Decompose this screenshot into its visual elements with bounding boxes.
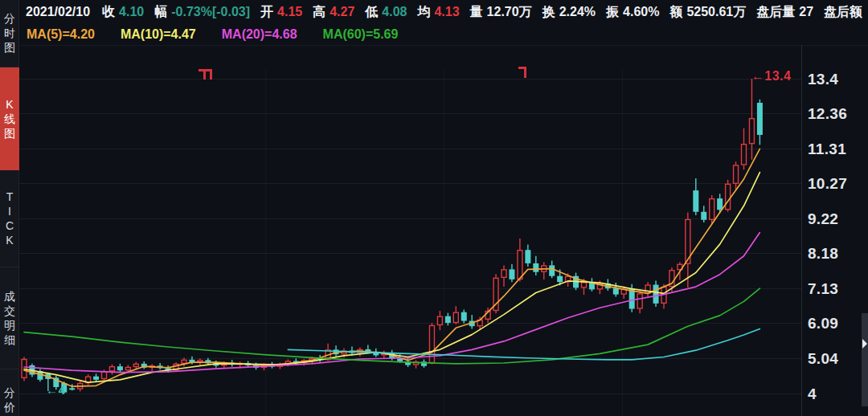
event-marker-icon	[518, 66, 529, 80]
sidebar-tab-char: 明	[4, 320, 15, 332]
field-value: -0.73%[-0.03]	[171, 5, 250, 19]
sidebar-tab-成交明细[interactable]: 成交明细	[0, 267, 19, 369]
quote-fields: 收4.10幅-0.73%[-0.03]开4.15高4.27低4.08均4.13量…	[102, 4, 866, 21]
sidebar-tab-char: 交	[4, 305, 15, 317]
quote-field-盘后额: 盘后额	[824, 4, 866, 21]
field-value: 4.60%	[623, 5, 659, 19]
quote-field-换: 换2.24%	[542, 4, 596, 21]
axis-tick-label: 13.4	[808, 71, 838, 88]
axis-tick-label: 11.31	[808, 141, 846, 158]
sidebar-tab-char: C	[6, 220, 14, 232]
field-value: 4.10	[119, 5, 144, 19]
chart-area	[19, 45, 801, 416]
sidebar-tab-char: 价	[4, 402, 15, 414]
event-marker-icon	[198, 68, 214, 81]
field-label: 盘后额	[824, 4, 862, 21]
field-label: 低	[365, 4, 378, 21]
axis-tick-label: 12.36	[808, 105, 847, 123]
quote-field-振: 振4.60%	[606, 4, 659, 21]
sidebar-tab-char: T	[6, 191, 14, 203]
sidebar-tab-char: K	[6, 99, 13, 111]
quote-field-盘后量: 盘后量27	[756, 4, 813, 21]
field-label: 开	[260, 4, 273, 21]
field-value: 4.15	[277, 5, 302, 19]
axis-tick-label: 10.27	[808, 175, 847, 193]
expand-arrow-icon	[862, 339, 867, 349]
ma-legend: MA(5)=4.20MA(10)=4.47MA(20)=4.68MA(60)=5…	[19, 24, 868, 46]
axis-tick-label: 6.09	[808, 315, 838, 332]
sidebar-tab-char: 成	[4, 291, 15, 303]
sidebar-tab-char: 时	[4, 27, 15, 39]
quote-field-额: 额5250.61万	[669, 4, 746, 21]
axis-tick-label: 9.22	[808, 210, 838, 228]
sidebar-tab-char: 分	[4, 387, 15, 399]
sidebar-tab-char: 图	[4, 128, 15, 140]
axis-tick-label: 8.18	[808, 245, 838, 263]
field-label: 收	[102, 4, 115, 21]
field-value: 27	[799, 5, 813, 19]
field-value: 4.27	[330, 5, 354, 19]
high-price-annotation: ←13.4	[751, 69, 792, 84]
field-value: 2.24%	[559, 5, 596, 19]
field-value: 12.70万	[487, 4, 532, 21]
low-price-annotation: ←4	[46, 383, 65, 397]
field-label: 盘后量	[756, 4, 795, 21]
field-label: 振	[606, 4, 619, 21]
sidebar-tab-分时图[interactable]: 分时图	[0, 0, 19, 67]
axis-tick-label: 4	[808, 385, 817, 403]
sidebar-tab-分价[interactable]: 分价	[0, 369, 19, 416]
quote-field-高: 高4.27	[313, 4, 354, 21]
field-label: 额	[669, 4, 682, 21]
quote-field-量: 量12.70万	[470, 4, 532, 21]
sidebar-tab-char: K	[6, 235, 13, 247]
ma-legend-item: MA(60)=5.69	[323, 27, 399, 42]
field-label: 幅	[154, 4, 167, 21]
kline-app-window: { "header": { "date": "2021/02/10", "fie…	[0, 0, 868, 416]
quote-field-开: 开4.15	[260, 4, 302, 21]
quote-field-均: 均4.13	[417, 4, 459, 21]
sidebar-tab-char: I	[8, 206, 11, 218]
field-label: 换	[542, 4, 555, 21]
sidebar-tab-char: 细	[4, 334, 15, 346]
field-value: 4.13	[434, 5, 459, 19]
axis-tick-label: 7.13	[808, 280, 838, 298]
ma-legend-item: MA(20)=4.68	[222, 27, 297, 42]
ma-legend-item: MA(10)=4.47	[121, 27, 196, 42]
sidebar-tab-TICK[interactable]: TICK	[0, 170, 19, 267]
axis-tick-label: 5.04	[808, 350, 838, 368]
sidebar: 分时图K线图TICK成交明细分价	[0, 0, 19, 416]
field-label: 量	[470, 4, 483, 21]
sidebar-tab-K线图[interactable]: K线图	[0, 67, 19, 170]
top-info-bar: 2021/02/10 收4.10幅-0.73%[-0.03]开4.15高4.27…	[19, 0, 868, 24]
quote-field-收: 收4.10	[102, 4, 144, 21]
panel-resize-handle[interactable]	[862, 313, 868, 406]
field-value: 4.08	[382, 5, 407, 19]
sidebar-tab-char: 分	[4, 13, 15, 25]
price-axis: 13.412.3611.3110.279.228.187.136.095.044	[801, 45, 868, 416]
sidebar-tab-char: 图	[4, 42, 15, 54]
quote-date: 2021/02/10	[26, 5, 90, 19]
field-label: 高	[313, 4, 326, 21]
quote-field-低: 低4.08	[365, 4, 407, 21]
sidebar-tab-char: 线	[4, 113, 15, 125]
quote-field-幅: 幅-0.73%[-0.03]	[154, 4, 250, 21]
field-value: 5250.61万	[686, 4, 746, 21]
kline-chart[interactable]	[19, 45, 801, 416]
field-label: 均	[417, 4, 430, 21]
ma-legend-item: MA(5)=4.20	[27, 27, 95, 42]
